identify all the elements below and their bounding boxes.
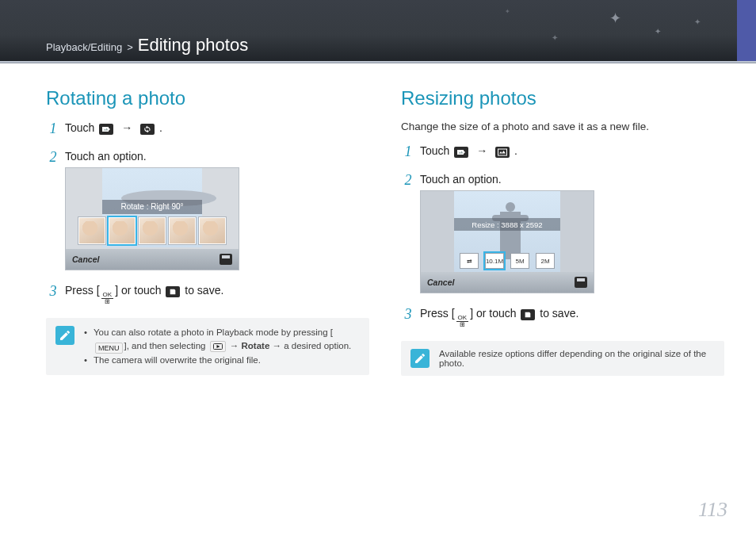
header-accent-bar [737, 0, 756, 63]
section-title-rotating: Rotating a photo [46, 87, 369, 109]
sparkle-icon: ✦ [694, 17, 701, 26]
screenshot-toolbar: Cancel [421, 272, 594, 293]
step-text: . [159, 121, 162, 134]
sparkle-icon: ✦ [609, 10, 621, 27]
step-text: Press [ [65, 284, 100, 297]
step-text: ] or touch [115, 284, 164, 297]
sparkle-icon: ✦ [505, 8, 510, 15]
cancel-button[interactable]: Cancel [427, 277, 454, 289]
resize-icon [495, 147, 510, 158]
resize-option[interactable]: 5M [510, 253, 529, 269]
steps-rotating: Touch → . Touch an option. Ro [46, 121, 369, 305]
thumbnail-selected[interactable] [109, 217, 136, 244]
sparkle-icon: ✦ [552, 33, 558, 42]
rotate-screenshot: Rotate : Right 90° Cancel [65, 167, 239, 270]
thumbnail[interactable] [169, 217, 196, 244]
column-resizing: Resizing photos Change the size of a pho… [401, 87, 724, 376]
ok-key-icon: OK⊞ [101, 292, 114, 305]
playback-key-icon [210, 341, 226, 352]
step-2: Touch an option. Rotate : Right 90° [46, 149, 369, 271]
thumbnail[interactable] [78, 217, 105, 244]
steps-resizing: Touch → . Touch an option. Re [401, 144, 724, 328]
screenshot-toolbar: Cancel [66, 249, 239, 270]
menu-key-icon: MENU [95, 343, 123, 354]
save-icon[interactable] [220, 254, 232, 265]
step-text: to save. [540, 307, 578, 320]
page-header: ✦ ✦ ✦ ✦ ✦ Playback/Editing > Editing pho… [0, 0, 756, 63]
arrow-icon: → [476, 144, 491, 157]
edit-photo-icon [99, 124, 113, 135]
step-2: Touch an option. Resize : 3888 x 2592 ⇄ … [401, 172, 724, 294]
column-rotating: Rotating a photo Touch → . Touch an opti… [46, 87, 369, 376]
save-disk-icon [521, 309, 535, 320]
content-columns: Rotating a photo Touch → . Touch an opti… [0, 63, 756, 376]
pencil-note-icon [55, 326, 74, 345]
thumbnail[interactable] [139, 217, 166, 244]
step-3: Press [OK⊞] or touch to save. [46, 283, 369, 305]
thumbnail[interactable] [199, 217, 226, 244]
step-text: to save. [185, 284, 223, 297]
step-text: Press [ [420, 307, 455, 320]
note-item: You can also rotate a photo in Playback … [84, 326, 360, 354]
resize-options: ⇄ 10.1M 5M 2M [421, 253, 594, 269]
resize-screenshot: Resize : 3888 x 2592 ⇄ 10.1M 5M 2M Cance… [420, 190, 594, 293]
arrow-icon: → [121, 121, 136, 134]
note-list: You can also rotate a photo in Playback … [84, 326, 360, 367]
rotate-icon [140, 124, 155, 135]
step-text: . [514, 144, 517, 157]
step-text: Touch [420, 144, 452, 157]
step-text: ] or touch [470, 307, 519, 320]
breadcrumb-separator: > [127, 41, 133, 53]
header-rule [0, 61, 756, 63]
breadcrumb-section: Playback/Editing [46, 41, 122, 53]
step-1: Touch → . [46, 121, 369, 136]
step-text: Touch [65, 121, 97, 134]
step-text: Touch an option. [65, 150, 147, 163]
breadcrumb: Playback/Editing > Editing photos [46, 35, 248, 56]
rotate-label: Rotate [242, 341, 270, 350]
sparkle-icon: ✦ [655, 27, 661, 36]
resize-option[interactable]: 2M [536, 253, 555, 269]
section-title-resizing: Resizing photos [401, 87, 724, 109]
pencil-note-icon [410, 349, 430, 368]
resize-option-selected[interactable]: 10.1M [485, 253, 504, 269]
note-box-rotating: You can also rotate a photo in Playback … [46, 318, 369, 375]
save-icon[interactable] [575, 277, 587, 288]
page-number: 113 [698, 498, 727, 522]
edit-photo-icon [454, 147, 468, 158]
cancel-button[interactable]: Cancel [72, 254, 99, 266]
section-intro: Change the size of a photo and save it a… [401, 121, 724, 132]
resize-option[interactable]: ⇄ [460, 253, 479, 269]
screenshot-banner: Resize : 3888 x 2592 [454, 218, 560, 231]
step-text: Touch an option. [420, 173, 502, 186]
note-text: Available resize options differ dependin… [439, 349, 715, 368]
page-title: Editing photos [138, 35, 248, 56]
step-3: Press [OK⊞] or touch to save. [401, 306, 724, 328]
save-disk-icon [166, 286, 180, 297]
step-1: Touch → . [401, 144, 724, 159]
ok-key-icon: OK⊞ [456, 315, 469, 328]
note-box-resizing: Available resize options differ dependin… [401, 341, 724, 376]
svg-rect-1 [498, 149, 507, 155]
screenshot-thumbnails [71, 217, 234, 246]
note-item: The camera will overwrite the original f… [84, 354, 360, 367]
screenshot-banner: Rotate : Right 90° [102, 200, 202, 214]
